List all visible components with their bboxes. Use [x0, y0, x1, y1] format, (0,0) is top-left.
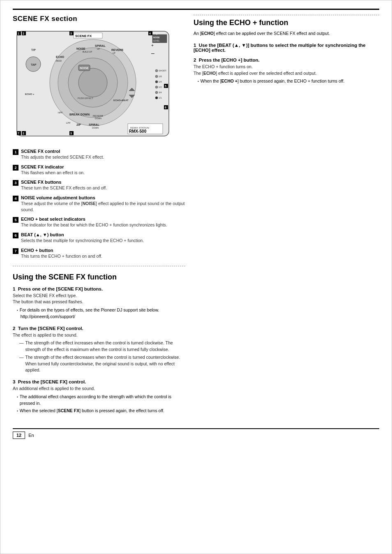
svg-text:2: 2	[23, 32, 24, 35]
callout-content-3: SCENE FX buttons These turn the SCENE FX…	[21, 180, 185, 191]
scene-fx-step-3: 3 Press the [SCENE FX] control. An addit…	[13, 379, 185, 414]
callout-item-2: 2 SCENE FX indicator This flashes when a…	[13, 164, 185, 176]
svg-text:UP: UP	[97, 48, 100, 50]
svg-text:MOD: MOD	[56, 60, 62, 62]
callout-desc-7: This turns the ECHO + function on and of…	[21, 253, 185, 259]
callout-content-2: SCENE FX indicator This flashes when an …	[21, 164, 185, 176]
svg-text:PUSH EFFECT: PUSH EFFECT	[78, 97, 94, 99]
svg-text:ECHO +: ECHO +	[25, 93, 35, 95]
top-border	[13, 9, 379, 10]
svg-text:LPF: LPF	[66, 122, 71, 124]
callout-desc-4: These adjust the volume of the [NOISE] e…	[21, 201, 185, 212]
device-svg: T/P TAP ECHO MOD NOISE BUILD UP SPIRAL U…	[13, 27, 177, 141]
step1-number: 1	[13, 286, 15, 291]
callout-item-6: 6 BEAT (▲, ▼) button Selects the beat mu…	[13, 232, 185, 244]
svg-text:NOISE: NOISE	[153, 36, 160, 39]
scene-fx-heading: Using the SCENE FX function	[13, 273, 185, 282]
svg-text:SPIRAL: SPIRAL	[95, 44, 106, 47]
step3-bullet-2: • When the selected [SCENE FX] button is…	[17, 408, 185, 414]
callout-content-1: SCENE FX control This adjusts the select…	[21, 149, 185, 160]
svg-text:1/1: 1/1	[159, 97, 162, 99]
callout-desc-6: Selects the beat multiple for synchroniz…	[21, 238, 185, 244]
svg-point-36	[155, 69, 158, 72]
echo-steps: 1 Use the [BEAT (▲, ▼)] buttons to selec…	[194, 43, 379, 85]
echo-step-1: 1 Use the [BEAT (▲, ▼)] buttons to selec…	[194, 43, 379, 53]
echo-heading: Using the ECHO + function	[194, 18, 379, 27]
echo-step2-number: 2	[194, 58, 196, 62]
step2-body: The effect is applied to the sound.	[13, 332, 185, 339]
svg-text:1/2: 1/2	[159, 86, 162, 88]
svg-text:3: 3	[70, 132, 72, 135]
dashed-separator-1	[13, 266, 185, 266]
echo-step2-bullet-1: • When the [ECHO +] button is pressed ag…	[198, 78, 379, 85]
callout-content-7: ECHO + button This turns the ECHO + func…	[21, 248, 185, 259]
callout-title-6: BEAT (▲, ▼) button	[21, 232, 185, 237]
right-column: Using the ECHO + function An [ECHO] effe…	[194, 15, 379, 420]
callout-title-3: SCENE FX buttons	[21, 180, 185, 185]
scene-fx-step-1: 1 Press one of the [SCENE FX] buttons. S…	[13, 286, 185, 320]
svg-text:REVERB: REVERB	[111, 48, 123, 51]
svg-text:1/8: 1/8	[159, 75, 162, 78]
callout-item-7: 7 ECHO + button This turns the ECHO + fu…	[13, 248, 185, 259]
svg-text:6: 6	[165, 106, 166, 109]
bullet-icon-4: •	[198, 79, 199, 84]
callout-item-4: 4 NOISE volume adjustment buttons These …	[13, 195, 185, 212]
callout-item-3: 3 SCENE FX buttons These turn the SCENE …	[13, 180, 185, 191]
svg-text:2: 2	[23, 132, 24, 135]
svg-text:SHORT: SHORT	[159, 69, 167, 72]
bullet-icon: •	[17, 308, 18, 313]
device-diagram: T/P TAP ECHO MOD NOISE BUILD UP SPIRAL U…	[13, 27, 177, 142]
callout-number-6: 6	[13, 233, 18, 238]
echo-step2-title: 2 Press the [ECHO +] button.	[194, 58, 379, 62]
step3-bullet-text-1: The additional effect changes according …	[20, 394, 185, 407]
svg-text:+: +	[156, 32, 158, 36]
svg-point-44	[155, 91, 158, 94]
callout-content-5: ECHO + beat select indicators The indica…	[21, 217, 185, 228]
svg-text:ECHO: ECHO	[56, 55, 65, 58]
step3-title: 3 Press the [SCENE FX] control.	[13, 379, 185, 384]
callout-title-1: SCENE FX control	[21, 149, 185, 154]
callout-number-7: 7	[13, 248, 18, 254]
callout-title-5: ECHO + beat select indicators	[21, 217, 185, 222]
callout-item-1: 1 SCENE FX control This adjusts the sele…	[13, 149, 185, 160]
step3-bullet-text-2: When the selected [SCENE FX] button is p…	[20, 408, 164, 414]
svg-text:1/4: 1/4	[159, 81, 162, 83]
step2-number: 2	[13, 326, 15, 331]
step2-dash-2: — The strength of the effect decreases w…	[19, 354, 185, 374]
svg-text:5: 5	[165, 85, 166, 88]
echo-step2-body: The ECHO + function turns on. The [ECHO]…	[194, 64, 379, 77]
callout-number-5: 5	[13, 217, 18, 223]
svg-text:ZIP: ZIP	[76, 123, 81, 126]
echo-step1-title: 1 Use the [BEAT (▲, ▼)] buttons to selec…	[194, 43, 379, 53]
callout-title-7: ECHO + button	[21, 248, 185, 253]
step2-dash-1: — The strength of the effect increases w…	[19, 340, 185, 353]
svg-text:BUILD UP: BUILD UP	[83, 51, 92, 53]
svg-text:TAP: TAP	[31, 63, 37, 66]
svg-text:7: 7	[18, 132, 19, 135]
dash-icon-2: —	[19, 354, 24, 374]
callout-desc-5: The indicator for the beat for which the…	[21, 222, 185, 228]
callout-item-5: 5 ECHO + beat select indicators The indi…	[13, 217, 185, 228]
svg-point-42	[155, 86, 158, 88]
svg-text:UP: UP	[113, 52, 116, 54]
echo-step1-number: 1	[194, 43, 196, 48]
bullet-icon-3: •	[17, 409, 18, 413]
svg-text:4: 4	[149, 32, 151, 35]
callout-title-4: NOISE volume adjustment buttons	[21, 195, 185, 200]
step2-dashes: — The strength of the effect increases w…	[19, 340, 185, 374]
callout-number-1: 1	[13, 149, 18, 155]
callout-list: 1 SCENE FX control This adjusts the sele…	[13, 149, 185, 259]
callout-number-3: 3	[13, 180, 18, 186]
callout-title-2: SCENE FX indicator	[21, 164, 185, 169]
callout-desc-1: This adjusts the selected SCENE FX effec…	[21, 154, 185, 160]
svg-text:–: –	[151, 50, 154, 56]
svg-text:DOWN: DOWN	[92, 127, 99, 129]
page-footer: 12 En	[13, 428, 379, 439]
page-title: SCENE FX section	[13, 15, 185, 23]
echo-step-2: 2 Press the [ECHO +] button. The ECHO + …	[194, 58, 379, 85]
scene-fx-steps: 1 Press one of the [SCENE FX] buttons. S…	[13, 286, 185, 415]
svg-text:RMX-500: RMX-500	[129, 129, 147, 134]
step2-title: 2 Turn the [SCENE FX] control.	[13, 326, 185, 331]
scene-fx-step-2: 2 Turn the [SCENE FX] control. The effec…	[13, 326, 185, 374]
svg-text:NOISE: NOISE	[80, 67, 89, 69]
